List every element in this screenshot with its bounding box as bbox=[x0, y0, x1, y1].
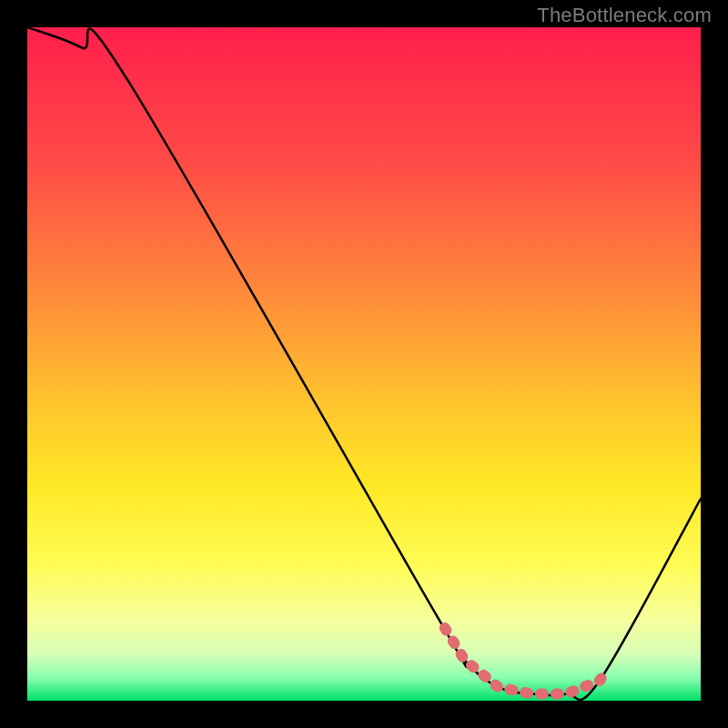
highlight-path bbox=[445, 628, 607, 694]
chart-highlight bbox=[27, 27, 701, 701]
watermark-text: TheBottleneck.com bbox=[537, 4, 712, 27]
chart-plot-area bbox=[27, 27, 701, 701]
